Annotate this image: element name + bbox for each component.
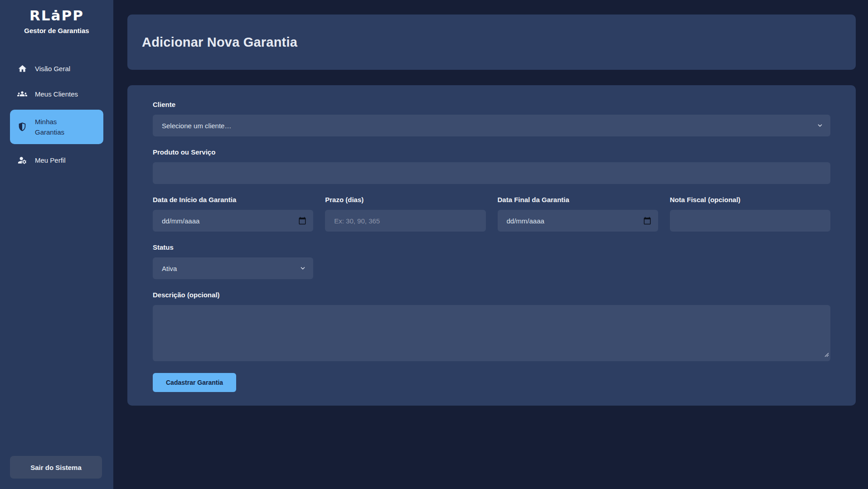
cliente-field: Cliente Selecione um cliente…	[153, 101, 830, 136]
sidebar-item-visao-geral[interactable]: Visão Geral	[10, 59, 103, 78]
descricao-label: Descrição (opcional)	[153, 291, 830, 299]
logout-button[interactable]: Sair do Sistema	[10, 456, 102, 479]
shield-icon	[17, 122, 27, 132]
sidebar-item-label: Visão Geral	[35, 65, 70, 73]
sidebar-nav: Visão Geral Meus Clientes Minhas Garanti…	[0, 59, 113, 169]
status-field: Status Ativa	[153, 243, 313, 279]
sidebar-item-minhas-garantias[interactable]: Minhas Garantias	[10, 110, 103, 144]
page-title: Adicionar Nova Garantia	[142, 35, 297, 50]
prazo-input[interactable]	[325, 210, 485, 232]
logo-block: RLȧPP Gestor de Garantias	[0, 0, 113, 34]
nota-fiscal-field: Nota Fiscal (opcional)	[670, 196, 830, 232]
home-icon	[17, 63, 27, 73]
cliente-select-value: Selecione um cliente…	[162, 122, 231, 130]
data-inicio-label: Data de Início da Garantia	[153, 196, 313, 204]
produto-input[interactable]	[153, 162, 830, 184]
data-inicio-field: Data de Início da Garantia	[153, 196, 313, 232]
prazo-field: Prazo (dias)	[325, 196, 485, 232]
submit-button[interactable]: Cadastrar Garantia	[153, 373, 236, 392]
nota-fiscal-input[interactable]	[670, 210, 830, 232]
data-final-input[interactable]	[498, 210, 658, 232]
nota-fiscal-label: Nota Fiscal (opcional)	[670, 196, 830, 204]
data-inicio-input[interactable]	[153, 210, 313, 232]
page-header-card: Adicionar Nova Garantia	[127, 15, 856, 70]
produto-field: Produto ou Serviço	[153, 148, 830, 184]
status-label: Status	[153, 243, 313, 252]
main-content: Adicionar Nova Garantia Cliente Selecion…	[113, 0, 868, 406]
sidebar-item-meu-perfil[interactable]: Meu Perfil	[10, 150, 103, 169]
cliente-select[interactable]: Selecione um cliente…	[153, 115, 830, 136]
sidebar-item-label: Minhas Garantias	[35, 116, 80, 137]
status-select[interactable]: Ativa	[153, 257, 313, 279]
data-final-field: Data Final da Garantia	[498, 196, 658, 232]
produto-label: Produto ou Serviço	[153, 148, 830, 156]
app-subtitle: Gestor de Garantias	[0, 27, 113, 34]
sidebar: RLȧPP Gestor de Garantias Visão Geral Me…	[0, 0, 113, 489]
data-final-label: Data Final da Garantia	[498, 196, 658, 204]
descricao-textarea[interactable]	[153, 305, 830, 361]
descricao-field: Descrição (opcional)	[153, 291, 830, 361]
app-logo: RLȧPP	[0, 7, 113, 24]
sidebar-item-meus-clientes[interactable]: Meus Clientes	[10, 84, 103, 103]
status-select-value: Ativa	[162, 265, 177, 272]
person-gear-icon	[17, 155, 27, 165]
sidebar-item-label: Meus Clientes	[35, 90, 78, 98]
groups-icon	[17, 89, 27, 99]
dates-row: Data de Início da Garantia Prazo (dias)	[153, 196, 830, 232]
prazo-label: Prazo (dias)	[325, 196, 485, 204]
chevron-down-icon	[817, 122, 823, 130]
cliente-label: Cliente	[153, 101, 830, 109]
sidebar-item-label: Meu Perfil	[35, 156, 66, 164]
chevron-down-icon	[300, 265, 306, 273]
warranty-form-card: Cliente Selecione um cliente… Produto ou…	[127, 85, 856, 406]
